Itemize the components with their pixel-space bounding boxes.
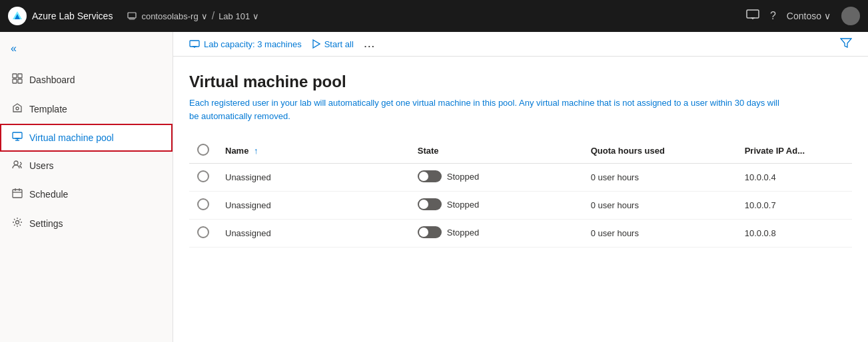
- page-description: Each registered user in your lab will au…: [189, 96, 789, 122]
- sidebar-item-vm-pool[interactable]: Virtual machine pool: [0, 124, 173, 152]
- lab-capacity-label: Lab capacity: 3 machines: [204, 39, 302, 49]
- main-layout: « Dashboard Template: [0, 32, 868, 342]
- row-name-1: Unassigned: [217, 192, 410, 220]
- state-label-1: Stopped: [447, 200, 479, 210]
- sidebar-label-dashboard: Dashboard: [29, 75, 75, 85]
- table-row: Unassigned Stopped 0 user hours 10.0.0.7: [189, 192, 852, 220]
- rg-label: contosolabs-rg: [141, 11, 198, 21]
- col-name-label: Name: [225, 146, 248, 156]
- svg-rect-8: [18, 79, 22, 83]
- row-ip-0: 10.0.0.4: [737, 164, 852, 192]
- svg-rect-6: [18, 74, 22, 78]
- col-header-quota: Quota hours used: [583, 138, 737, 164]
- more-options-button[interactable]: ...: [364, 39, 376, 49]
- lab-label: Lab 101: [218, 11, 250, 21]
- svg-rect-20: [190, 41, 199, 47]
- app-name: Azure Lab Services: [32, 11, 113, 21]
- row-radio-0[interactable]: [197, 170, 209, 182]
- sidebar-label-users: Users: [29, 160, 54, 171]
- schedule-icon: [12, 188, 23, 201]
- row-quota-0: 0 user hours: [583, 164, 737, 192]
- toolbar-right: [840, 37, 852, 51]
- state-toggle-2[interactable]: Stopped: [418, 226, 479, 238]
- topnav-right: ? Contoso ∨: [746, 7, 860, 25]
- user-menu[interactable]: Contoso ∨: [787, 11, 831, 21]
- sidebar-item-schedule[interactable]: Schedule: [0, 180, 173, 209]
- settings-icon: [12, 217, 23, 230]
- page-content: Virtual machine pool Each registered use…: [173, 57, 868, 342]
- row-name-2: Unassigned: [217, 220, 410, 248]
- breadcrumb-lab[interactable]: Lab 101 ∨: [218, 11, 259, 21]
- avatar[interactable]: [841, 7, 860, 25]
- main-content: Lab capacity: 3 machines Start all ... V…: [173, 32, 868, 342]
- row-quota-2: 0 user hours: [583, 220, 737, 248]
- col-header-check: [189, 138, 217, 164]
- user-label: Contoso: [787, 11, 821, 21]
- sidebar: « Dashboard Template: [0, 32, 173, 342]
- svg-rect-2: [747, 10, 759, 18]
- rg-chevron: ∨: [201, 11, 208, 21]
- row-check-2: [189, 220, 217, 248]
- template-icon: [12, 102, 23, 116]
- app-logo[interactable]: Azure Lab Services: [8, 7, 113, 25]
- monitor-toolbar-icon: [189, 40, 200, 49]
- user-chevron: ∨: [824, 11, 831, 21]
- row-name-0: Unassigned: [217, 164, 410, 192]
- start-all-icon: [312, 39, 320, 49]
- monitor-icon[interactable]: [746, 9, 759, 23]
- sidebar-label-template: Template: [29, 104, 67, 114]
- sidebar-item-settings[interactable]: Settings: [0, 209, 173, 238]
- start-all-button[interactable]: Start all: [312, 39, 354, 49]
- start-all-label: Start all: [324, 39, 354, 49]
- svg-rect-0: [128, 13, 136, 18]
- col-header-state: State: [410, 138, 583, 164]
- row-radio-1[interactable]: [197, 198, 209, 210]
- azure-logo-icon: [8, 7, 27, 25]
- svg-rect-10: [13, 132, 22, 138]
- svg-point-19: [16, 221, 19, 224]
- sort-arrow-icon: ↑: [254, 146, 258, 156]
- state-label-2: Stopped: [447, 228, 479, 238]
- top-navigation: Azure Lab Services contosolabs-rg ∨ / La…: [0, 0, 868, 32]
- row-state-0: Stopped: [410, 164, 583, 192]
- row-state-2: Stopped: [410, 220, 583, 248]
- svg-rect-1: [129, 18, 135, 19]
- toggle-switch-2[interactable]: [418, 226, 442, 238]
- sidebar-item-dashboard[interactable]: Dashboard: [0, 65, 173, 94]
- row-ip-2: 10.0.0.8: [737, 220, 852, 248]
- row-check-1: [189, 192, 217, 220]
- sidebar-item-template[interactable]: Template: [0, 94, 173, 124]
- row-check-0: [189, 164, 217, 192]
- toolbar: Lab capacity: 3 machines Start all ...: [173, 32, 868, 57]
- breadcrumb-resource-group[interactable]: contosolabs-rg ∨: [127, 11, 207, 21]
- state-label-0: Stopped: [447, 172, 479, 182]
- sidebar-collapse-button[interactable]: «: [0, 37, 173, 65]
- state-toggle-0[interactable]: Stopped: [418, 170, 479, 182]
- dashboard-icon: [12, 73, 23, 86]
- sidebar-label-schedule: Schedule: [29, 189, 68, 200]
- vm-table: Name ↑ State Quota hours used Private IP…: [189, 138, 852, 248]
- toggle-switch-0[interactable]: [418, 170, 442, 182]
- sidebar-label-vm-pool: Virtual machine pool: [29, 132, 114, 143]
- page-title: Virtual machine pool: [189, 73, 852, 91]
- row-quota-1: 0 user hours: [583, 192, 737, 220]
- header-radio[interactable]: [197, 144, 209, 156]
- vm-pool-icon: [12, 132, 23, 144]
- table-row: Unassigned Stopped 0 user hours 10.0.0.4: [189, 164, 852, 192]
- sidebar-item-users[interactable]: Users: [0, 152, 173, 180]
- svg-rect-7: [13, 79, 17, 83]
- sidebar-label-settings: Settings: [29, 218, 63, 229]
- lab-chevron: ∨: [252, 11, 259, 21]
- svg-point-14: [14, 161, 18, 165]
- svg-point-9: [16, 107, 19, 110]
- help-icon[interactable]: ?: [770, 10, 776, 22]
- row-state-1: Stopped: [410, 192, 583, 220]
- state-toggle-1[interactable]: Stopped: [418, 198, 479, 210]
- col-header-name[interactable]: Name ↑: [217, 138, 410, 164]
- row-radio-2[interactable]: [197, 226, 209, 238]
- toggle-switch-1[interactable]: [418, 198, 442, 210]
- filter-icon[interactable]: [840, 39, 852, 50]
- table-row: Unassigned Stopped 0 user hours 10.0.0.8: [189, 220, 852, 248]
- col-header-ip: Private IP Ad...: [737, 138, 852, 164]
- svg-rect-15: [13, 190, 22, 198]
